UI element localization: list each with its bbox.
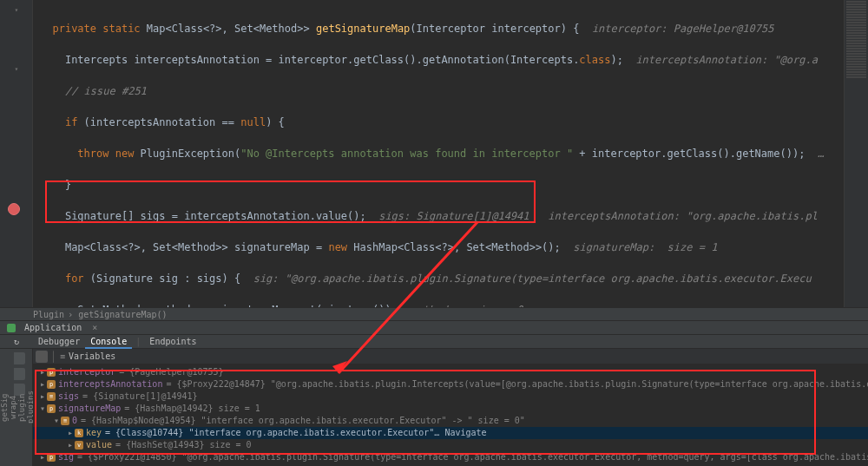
expand-icon[interactable]: ▸: [38, 391, 47, 403]
expand-icon[interactable]: ▸: [38, 378, 47, 391]
bug-icon: [7, 324, 16, 332]
object-icon: p: [47, 453, 56, 462]
object-icon: ≡: [47, 392, 56, 401]
object-icon: p: [47, 404, 56, 413]
object-icon: ≡: [61, 417, 69, 425]
variable-row[interactable]: ▸ p interceptsAnnotation = {$Proxy222@14…: [33, 378, 868, 391]
code-line: // issue #251: [40, 83, 868, 99]
variables-title: Variables: [69, 349, 115, 364]
code-line: throw new PluginException("No @Intercept…: [40, 146, 868, 161]
debug-tabs: ↻ Debugger Console | Endpoints: [0, 335, 868, 349]
editor-gutter: ▾ ▾: [0, 0, 33, 307]
tab-debugger[interactable]: Debugger: [33, 335, 85, 349]
object-icon: p: [47, 380, 56, 389]
code-area[interactable]: private static Map<Class<?>, Set<Method>…: [33, 0, 868, 307]
fold-icon[interactable]: ▾: [12, 64, 21, 73]
breadcrumb-item[interactable]: getSignatureMap(): [78, 310, 167, 319]
code-line: for (Signature sig : sigs) { sig: "@org.…: [40, 271, 868, 286]
expand-icon[interactable]: ▸: [66, 439, 75, 451]
code-line: Intercepts interceptsAnnotation = interc…: [40, 52, 868, 68]
breadcrumb-item[interactable]: Plugin: [33, 310, 64, 319]
variables-header: ≡ Variables: [33, 349, 868, 364]
breakpoint-icon[interactable]: [8, 203, 20, 215]
key-icon: k: [75, 429, 83, 437]
value-icon: v: [75, 441, 83, 450]
fold-icon[interactable]: ▾: [12, 5, 21, 14]
code-line: Map<Class<?>, Set<Method>> signatureMap …: [40, 240, 868, 255]
tab-endpoints[interactable]: Endpoints: [144, 335, 201, 349]
code-line: if (interceptsAnnotation == null) {: [40, 115, 868, 130]
side-file-tabs[interactable]: getSig wrap4 plugin plugins newEx openS: [0, 349, 14, 466]
debug-toolbar-icon[interactable]: ↻: [0, 337, 33, 346]
breadcrumb: Plugin› getSignatureMap(): [0, 307, 868, 321]
object-icon: p: [47, 368, 56, 377]
variables-panel[interactable]: ▸ p interceptor = {PageHelper@10755} ▸ p…: [33, 364, 868, 466]
variable-row[interactable]: ▸ p sig = {$Proxy221@14850} "@org.apache…: [33, 451, 868, 463]
expand-icon[interactable]: ▸: [66, 427, 75, 439]
variable-row[interactable]: ▸ p interceptor = {PageHelper@10755}: [33, 366, 868, 378]
variable-row-selected[interactable]: ▸ k key = {Class@10744} "interface org.a…: [33, 427, 868, 439]
code-line: private static Map<Class<?>, Set<Method>…: [40, 21, 868, 36]
expand-icon[interactable]: ▸: [38, 451, 47, 463]
collapse-icon[interactable]: ▾: [38, 403, 47, 415]
variable-row[interactable]: ▾ ≡ 0 = {HashMap$Node@14954} "interface …: [33, 415, 868, 427]
variable-row[interactable]: ▾ p signatureMap = {HashMap@14942} size …: [33, 403, 868, 415]
variable-row[interactable]: ▸ v value = {HashSet@14943} size = 0: [33, 439, 868, 451]
code-line: Signature[] sigs = interceptsAnnotation.…: [40, 208, 868, 224]
code-line: }: [40, 177, 868, 193]
close-icon[interactable]: ×: [92, 321, 97, 335]
collapse-icon[interactable]: ▾: [52, 415, 61, 427]
run-config-label: Application: [24, 323, 82, 332]
code-editor[interactable]: ▾ ▾ private static Map<Class<?>, Set<Met…: [0, 0, 868, 307]
minimap[interactable]: [844, 0, 868, 307]
expand-icon[interactable]: ▸: [38, 366, 47, 378]
tab-console[interactable]: Console: [85, 335, 132, 349]
separator-icon: [53, 351, 54, 363]
variable-row[interactable]: ▸ ≡ sigs = {Signature[1]@14941}: [33, 391, 868, 403]
run-tool-tabs[interactable]: Application ×: [0, 321, 868, 335]
